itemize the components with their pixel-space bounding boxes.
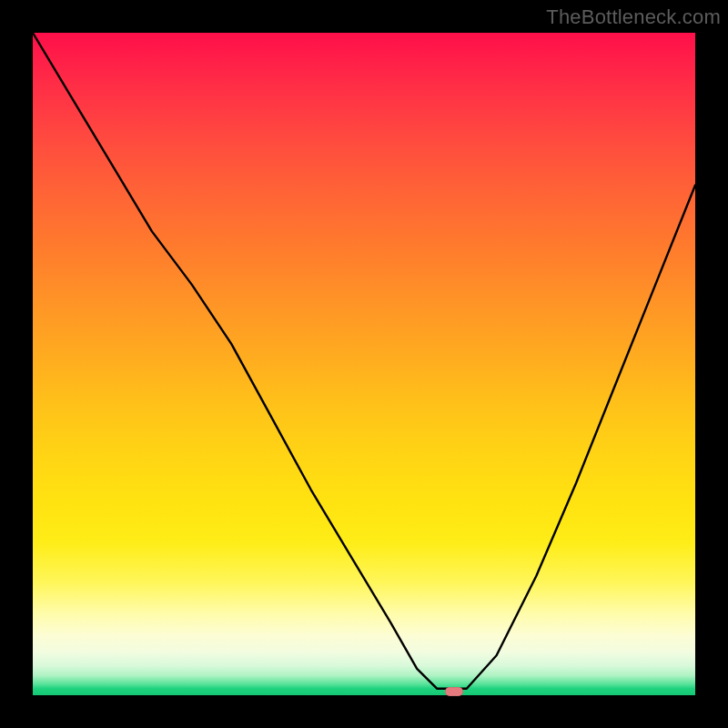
optimum-marker [445,687,463,696]
watermark-text: TheBottleneck.com [546,5,721,29]
plot-background-gradient [33,33,695,695]
chart-frame: TheBottleneck.com [0,0,728,728]
